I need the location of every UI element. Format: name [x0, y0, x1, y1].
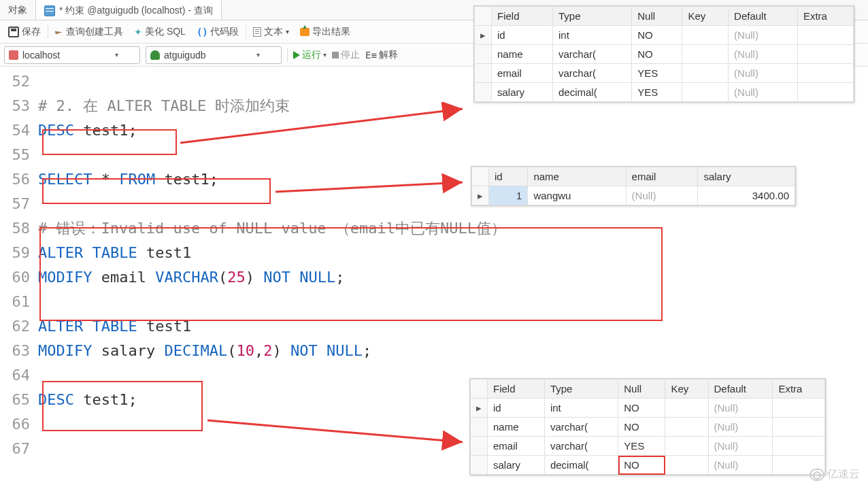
play-icon: [293, 51, 300, 59]
line-number: 65: [0, 388, 38, 412]
col-default[interactable]: Default: [729, 7, 798, 26]
plug-icon: [9, 50, 18, 60]
line-number: 62: [0, 314, 38, 339]
code-content[interactable]: MODIFY salary DECIMAL(10,2) NOT NULL;: [38, 339, 868, 363]
database-icon: [150, 50, 160, 60]
run-label: 运行: [302, 49, 321, 61]
table-header-row: Field Type Null Key Default Extra: [475, 7, 854, 26]
magic-icon: ✦: [134, 27, 142, 37]
chevron-down-icon: ▾: [323, 51, 327, 58]
highlight-box-3: [39, 227, 663, 321]
col-field[interactable]: Field: [492, 7, 553, 26]
query-builder-label: 查询创建工具: [66, 26, 123, 38]
col-null[interactable]: Null: [618, 380, 665, 399]
line-number: 56: [0, 167, 38, 192]
export-label: 导出结果: [312, 26, 350, 38]
tab-query[interactable]: * 约束 @atguigudb (localhost) - 查询: [36, 0, 222, 20]
code-line[interactable]: 63MODIFY salary DECIMAL(10,2) NOT NULL;: [0, 339, 868, 363]
table-row[interactable]: namevarchar(NO(Null): [471, 418, 825, 437]
col-default[interactable]: Default: [708, 380, 773, 399]
col-key[interactable]: Key: [665, 380, 708, 399]
line-number: 67: [0, 437, 38, 461]
col-id[interactable]: id: [489, 167, 528, 186]
watermark-text: 亿速云: [827, 467, 860, 482]
tab-objects[interactable]: 对象: [0, 0, 36, 20]
table-row[interactable]: ▸1wangwu(Null)3400.00: [472, 186, 795, 205]
table-row[interactable]: salarydecimal(NO(Null): [471, 456, 825, 475]
table-row[interactable]: ▸idintNO(Null): [471, 399, 825, 418]
col-extra[interactable]: Extra: [797, 7, 853, 26]
line-number: 57: [0, 192, 38, 216]
line-number: 58: [0, 216, 38, 241]
line-number: 53: [0, 94, 38, 118]
save-label: 保存: [22, 26, 41, 38]
table-row[interactable]: namevarchar(NO(Null): [475, 45, 854, 64]
brackets-icon: (): [197, 27, 207, 37]
col-type[interactable]: Type: [544, 380, 618, 399]
host-field[interactable]: [22, 50, 111, 61]
text-button[interactable]: 文本 ▾: [249, 24, 293, 40]
stop-button: 停止: [332, 49, 360, 61]
line-number: 61: [0, 290, 38, 314]
export-icon: [300, 28, 310, 36]
highlight-box-2: [42, 178, 271, 204]
tab-query-label: * 约束 @atguigudb (localhost) - 查询: [59, 5, 213, 17]
line-number: 64: [0, 363, 38, 388]
table-row[interactable]: emailvarchar(YES(Null): [475, 64, 854, 83]
save-button[interactable]: 保存: [4, 24, 45, 40]
export-result-button[interactable]: 导出结果: [296, 24, 354, 40]
col-name[interactable]: name: [528, 167, 626, 186]
database-combo[interactable]: ▾: [146, 46, 282, 64]
col-email[interactable]: email: [626, 167, 698, 186]
chevron-down-icon: ▾: [286, 28, 289, 35]
line-number: 59: [0, 241, 38, 265]
beautify-label: 美化 SQL: [145, 26, 186, 38]
desc-result-1: Field Type Null Key Default Extra ▸idint…: [473, 5, 854, 103]
line-number: 54: [0, 118, 38, 143]
stop-icon: [332, 52, 339, 58]
desc-table-1: Field Type Null Key Default Extra ▸idint…: [474, 6, 854, 102]
table-row[interactable]: ▸idintNO(Null): [475, 26, 854, 45]
table-row[interactable]: salarydecimal(YES(Null): [475, 83, 854, 102]
query-builder-button[interactable]: 查询创建工具: [51, 24, 127, 40]
snippet-button[interactable]: () 代码段: [193, 24, 243, 40]
beautify-sql-button[interactable]: ✦ 美化 SQL: [130, 24, 190, 40]
table-row[interactable]: emailvarchar(YES(Null): [471, 437, 825, 456]
line-number: 60: [0, 265, 38, 290]
desc-table-2: Field Type Null Key Default Extra ▸idint…: [470, 379, 825, 475]
col-key[interactable]: Key: [682, 7, 729, 26]
col-salary[interactable]: salary: [698, 167, 795, 186]
select-table: id name email salary ▸1wangwu(Null)3400.…: [471, 167, 795, 205]
explain-icon: E≡: [365, 50, 377, 61]
snippet-label: 代码段: [210, 26, 239, 38]
explain-label: 解释: [379, 49, 398, 61]
highlight-box-4: [42, 381, 203, 431]
hammer-icon: [54, 29, 62, 34]
line-number: 55: [0, 143, 38, 167]
table-header-row: Field Type Null Key Default Extra: [471, 380, 825, 399]
stop-label: 停止: [341, 49, 360, 61]
host-combo[interactable]: ▾: [4, 46, 140, 64]
desc-result-2: Field Type Null Key Default Extra ▸idint…: [469, 378, 826, 475]
line-number: 52: [0, 69, 38, 94]
explain-button[interactable]: E≡ 解释: [365, 49, 398, 61]
select-result: id name email salary ▸1wangwu(Null)3400.…: [471, 166, 796, 206]
watermark: 亿速云: [809, 467, 860, 482]
watermark-icon: [809, 469, 824, 481]
query-tab-icon: [44, 5, 55, 16]
save-icon: [8, 27, 19, 37]
col-type[interactable]: Type: [552, 7, 631, 26]
chevron-down-icon: ▾: [256, 51, 260, 58]
database-field[interactable]: [164, 50, 252, 61]
highlight-box-1: [42, 129, 177, 155]
table-header-row: id name email salary: [472, 167, 795, 186]
doc-icon: [253, 27, 261, 37]
text-label: 文本: [264, 26, 283, 38]
col-extra[interactable]: Extra: [773, 380, 825, 399]
col-null[interactable]: Null: [632, 7, 682, 26]
line-number: 63: [0, 339, 38, 363]
run-button[interactable]: 运行 ▾: [293, 49, 327, 61]
col-field[interactable]: Field: [488, 380, 545, 399]
line-number: 66: [0, 412, 38, 437]
tab-objects-label: 对象: [8, 4, 27, 16]
